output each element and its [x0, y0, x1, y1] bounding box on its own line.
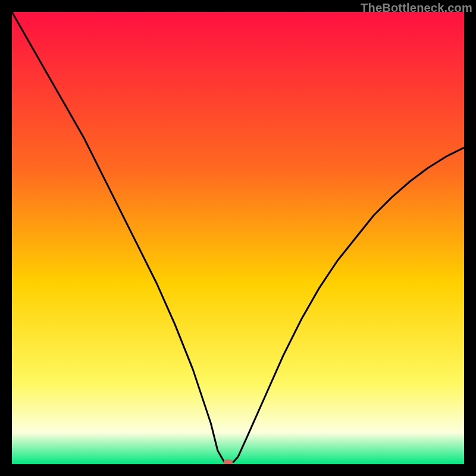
gradient-background	[12, 12, 464, 464]
chart-frame: TheBottleneck.com	[0, 0, 476, 476]
bottleneck-chart	[12, 12, 464, 464]
